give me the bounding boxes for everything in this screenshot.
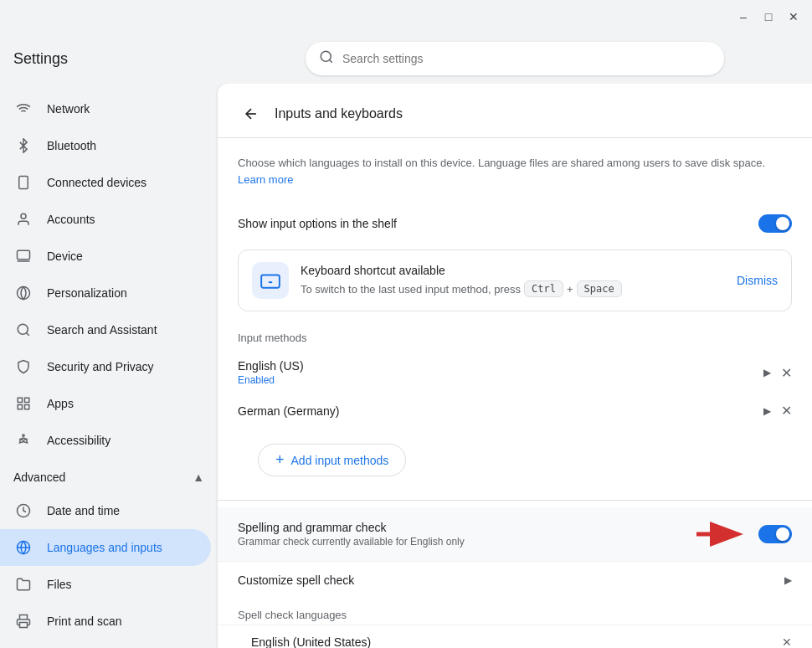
sidebar-item-languages-inputs[interactable]: Languages and inputs bbox=[0, 529, 211, 566]
add-btn-label: Add input methods bbox=[291, 454, 389, 467]
show-input-toggle[interactable] bbox=[758, 214, 792, 233]
sidebar-label-bluetooth: Bluetooth bbox=[47, 139, 96, 152]
show-input-label: Show input options in the shelf bbox=[238, 217, 758, 230]
svg-point-5 bbox=[21, 213, 26, 219]
sidebar-item-bluetooth[interactable]: Bluetooth bbox=[0, 127, 211, 164]
spell-lang-row-english: English (United States) ✕ bbox=[218, 625, 812, 648]
sidebar-item-network[interactable]: Network bbox=[0, 90, 211, 127]
device-icon bbox=[13, 172, 33, 193]
customize-spell-label: Customize spell check bbox=[238, 573, 784, 587]
learn-more-link[interactable]: Learn more bbox=[238, 173, 293, 186]
customize-chevron-icon: ▶ bbox=[784, 574, 792, 586]
customize-spell-check-row[interactable]: Customize spell check ▶ bbox=[218, 561, 812, 599]
back-button[interactable] bbox=[238, 100, 265, 127]
add-icon: + bbox=[275, 451, 285, 469]
minimize-button[interactable]: – bbox=[732, 5, 755, 28]
sidebar-label-network: Network bbox=[47, 102, 90, 116]
svg-line-1 bbox=[329, 59, 331, 62]
person-icon bbox=[13, 209, 33, 229]
german-remove-button[interactable]: ✕ bbox=[781, 403, 792, 419]
section-divider bbox=[218, 500, 812, 501]
add-input-methods-button[interactable]: + Add input methods bbox=[258, 444, 406, 476]
sidebar-label-print-scan: Print and scan bbox=[47, 615, 122, 628]
show-input-toggle-row: Show input options in the shelf bbox=[218, 204, 812, 243]
keyboard-shortcut-card: Keyboard shortcut available To switch to… bbox=[238, 249, 792, 311]
sidebar-label-personalization: Personalization bbox=[47, 286, 127, 300]
globe-icon bbox=[13, 537, 33, 558]
svg-point-15 bbox=[23, 435, 24, 436]
search-nav-icon bbox=[13, 320, 33, 340]
maximize-button[interactable]: □ bbox=[757, 5, 780, 28]
spell-lang-english-remove[interactable]: ✕ bbox=[782, 635, 792, 648]
sidebar-item-personalization[interactable]: Personalization bbox=[0, 275, 211, 311]
laptop-icon bbox=[13, 246, 33, 266]
app-window: Settings Network bbox=[0, 33, 812, 648]
sidebar-item-print-scan[interactable]: Print and scan bbox=[0, 603, 211, 640]
spell-check-languages-label: Spell check languages bbox=[218, 599, 812, 625]
content-title: Inputs and keyboards bbox=[275, 106, 403, 121]
advanced-label: Advanced bbox=[13, 471, 65, 484]
method-name-german: German (Germany) bbox=[238, 404, 763, 418]
svg-rect-6 bbox=[18, 250, 30, 260]
svg-rect-19 bbox=[20, 623, 28, 628]
sidebar-item-developers[interactable]: Developers bbox=[0, 640, 211, 648]
sidebar-label-languages-inputs: Languages and inputs bbox=[47, 541, 162, 554]
svg-rect-12 bbox=[25, 398, 29, 402]
wifi-icon bbox=[13, 99, 33, 119]
svg-line-10 bbox=[26, 332, 28, 335]
method-row-german[interactable]: German (Germany) ▶ ✕ bbox=[218, 394, 812, 427]
spell-toggle-thumb bbox=[776, 527, 789, 541]
accessibility-icon bbox=[13, 430, 33, 450]
description-text: Choose which languages to install on thi… bbox=[238, 157, 765, 169]
sidebar-item-device[interactable]: Device bbox=[0, 238, 211, 275]
apps-icon bbox=[13, 393, 33, 414]
body-layout: Network Bluetooth Connected devices bbox=[0, 84, 812, 648]
svg-rect-21 bbox=[261, 275, 280, 288]
spell-check-section: Spelling and grammar check Grammar check… bbox=[218, 507, 812, 648]
sidebar-label-security-privacy: Security and Privacy bbox=[47, 360, 154, 373]
advanced-chevron-icon: ▲ bbox=[193, 471, 204, 484]
app-title: Settings bbox=[13, 50, 231, 68]
folder-icon bbox=[13, 574, 33, 594]
sidebar-label-apps: Apps bbox=[47, 397, 74, 410]
svg-point-0 bbox=[321, 51, 331, 61]
sidebar-item-date-time[interactable]: Date and time bbox=[0, 492, 211, 529]
english-remove-button[interactable]: ✕ bbox=[781, 365, 792, 381]
red-arrow bbox=[695, 522, 745, 547]
sidebar-item-search-assistant[interactable]: Search and Assistant bbox=[0, 311, 211, 348]
titlebar: – □ ✕ bbox=[0, 0, 812, 33]
german-chevron-icon: ▶ bbox=[763, 405, 771, 417]
sidebar-item-connected-devices[interactable]: Connected devices bbox=[0, 164, 211, 201]
sidebar-item-accessibility[interactable]: Accessibility bbox=[0, 422, 211, 459]
content-header: Inputs and keyboards bbox=[218, 84, 812, 138]
search-input[interactable] bbox=[342, 52, 711, 65]
spell-text: Spelling and grammar check Grammar check… bbox=[238, 521, 695, 548]
english-name: English (US) bbox=[238, 359, 763, 373]
sidebar-label-date-time: Date and time bbox=[47, 504, 120, 517]
ctrl-badge: Ctrl bbox=[524, 280, 563, 297]
method-row-english[interactable]: English (US) Enabled ▶ ✕ bbox=[218, 351, 812, 394]
search-bar[interactable] bbox=[306, 42, 724, 75]
advanced-section[interactable]: Advanced ▲ bbox=[0, 462, 218, 492]
close-button[interactable]: ✕ bbox=[782, 5, 805, 28]
kbd-text: Keyboard shortcut available To switch to… bbox=[301, 264, 725, 297]
spell-check-toggle[interactable] bbox=[758, 525, 792, 543]
space-badge: Space bbox=[577, 280, 622, 297]
svg-point-9 bbox=[18, 324, 28, 334]
print-icon bbox=[13, 611, 33, 631]
dismiss-button[interactable]: Dismiss bbox=[737, 274, 778, 287]
sidebar-item-apps[interactable]: Apps bbox=[0, 385, 211, 422]
header: Settings bbox=[0, 33, 812, 84]
english-status: Enabled bbox=[238, 374, 763, 386]
sidebar-item-files[interactable]: Files bbox=[0, 566, 211, 603]
sidebar-item-accounts[interactable]: Accounts bbox=[0, 201, 211, 238]
svg-rect-11 bbox=[18, 398, 22, 402]
bluetooth-icon bbox=[13, 136, 33, 156]
german-name: German (Germany) bbox=[238, 404, 763, 418]
kbd-title: Keyboard shortcut available bbox=[301, 264, 725, 277]
content-panel: Inputs and keyboards Choose which langua… bbox=[218, 84, 812, 648]
sidebar-label-device: Device bbox=[47, 249, 83, 263]
toggle-thumb bbox=[776, 217, 789, 230]
spell-lang-english: English (United States) bbox=[251, 635, 782, 648]
sidebar-item-security-privacy[interactable]: Security and Privacy bbox=[0, 348, 211, 385]
